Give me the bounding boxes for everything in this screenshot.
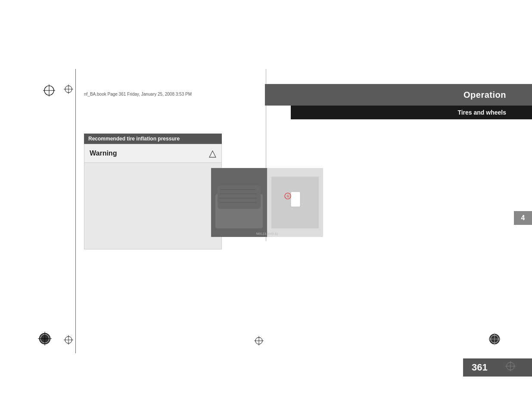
reg-mark-bottom-left-outer <box>38 332 52 347</box>
svg-text:①: ① <box>286 194 289 198</box>
warning-header: Warning △ <box>84 144 221 163</box>
svg-rect-12 <box>218 185 261 209</box>
warning-box: Warning △ <box>84 144 222 249</box>
page-number: 361 <box>472 362 488 373</box>
sub-header-title: Tires and wheels <box>457 109 506 116</box>
file-info: nf_BA.book Page 361 Friday, January 25, … <box>84 92 192 97</box>
section-heading: Recommended tire inflation pressure <box>84 134 222 144</box>
reg-mark-bottom-right <box>488 333 501 347</box>
vertical-rule-left <box>75 69 76 353</box>
sub-header-bar: Tires and wheels <box>291 106 532 119</box>
reg-mark-bottom-center <box>254 336 264 347</box>
section-tab-number: 4 <box>521 214 525 222</box>
page-number-box: 361 <box>463 358 532 377</box>
svg-text:N60.13-3043-31: N60.13-3043-31 <box>256 232 278 235</box>
header-bar: Operation <box>265 84 532 106</box>
reg-mark-top-left-inner <box>64 84 73 96</box>
image-placeholder: ① N60.13-3043-31 <box>211 168 323 237</box>
content-area: Recommended tire inflation pressure Warn… <box>84 134 222 249</box>
reg-mark-bottom-left-inner <box>64 335 73 346</box>
warning-body <box>84 163 221 249</box>
svg-rect-19 <box>291 192 300 207</box>
warning-label: Warning <box>90 149 117 157</box>
door-image: ① N60.13-3043-31 <box>211 168 323 237</box>
warning-triangle-icon: △ <box>209 148 216 159</box>
reg-mark-top-left-outer <box>43 84 55 98</box>
car-door-svg: ① N60.13-3043-31 <box>211 168 323 237</box>
section-tab: 4 <box>514 211 532 225</box>
reg-mark-page-right <box>505 361 516 373</box>
header-title: Operation <box>464 90 506 100</box>
